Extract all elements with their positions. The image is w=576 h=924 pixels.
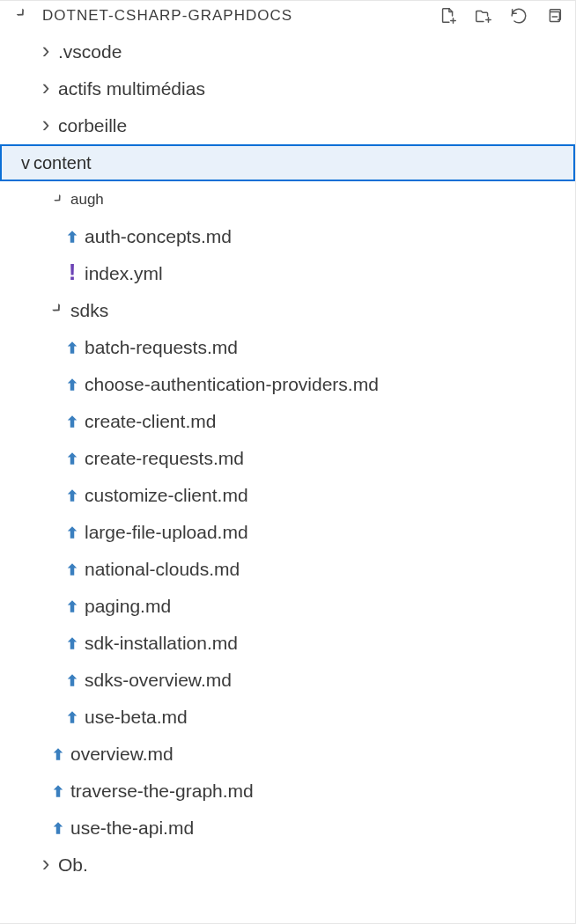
- file-label: auth-concepts.md: [85, 226, 232, 247]
- file-label: large-file-upload.md: [85, 522, 248, 543]
- tree-file[interactable]: ! index.yml: [0, 255, 575, 292]
- tree-file[interactable]: national-clouds.md: [0, 551, 575, 588]
- tree-file[interactable]: traverse-the-graph.md: [0, 773, 575, 810]
- tree-file[interactable]: overview.md: [0, 736, 575, 773]
- markdown-file-icon: [60, 488, 85, 503]
- folder-label: content: [33, 153, 92, 173]
- file-label: create-requests.md: [85, 448, 244, 469]
- tree-folder[interactable]: sdks: [0, 292, 575, 329]
- folder-label: .vscode: [58, 41, 122, 62]
- collapse-all-icon[interactable]: [543, 5, 565, 26]
- tree-folder[interactable]: .vscode: [0, 33, 575, 70]
- refresh-icon[interactable]: [508, 5, 529, 26]
- file-label: traverse-the-graph.md: [70, 781, 254, 802]
- tree-file[interactable]: sdk-installation.md: [0, 625, 575, 662]
- tree-file[interactable]: create-requests.md: [0, 440, 575, 477]
- markdown-file-icon: [46, 783, 70, 799]
- markdown-file-icon: [46, 820, 70, 836]
- file-label: use-the-api.md: [70, 818, 194, 839]
- tree-file[interactable]: sdks-overview.md: [0, 662, 575, 699]
- chevron-down-icon: [46, 299, 70, 323]
- chevron-down-icon: [48, 190, 70, 210]
- tree-folder[interactable]: corbeille: [0, 107, 575, 144]
- markdown-file-icon: [60, 451, 85, 466]
- chevron-down-icon[interactable]: [12, 4, 32, 26]
- folder-label: Ob.: [58, 854, 88, 876]
- chevron-right-icon: [33, 77, 58, 101]
- markdown-file-icon: [60, 414, 85, 429]
- folder-label: augh: [70, 191, 104, 209]
- tree-folder[interactable]: augh: [0, 181, 575, 218]
- markdown-file-icon: [60, 635, 85, 651]
- tree-folder[interactable]: Ob.: [0, 847, 575, 884]
- new-file-icon[interactable]: [438, 5, 459, 26]
- tree-file[interactable]: choose-authentication-providers.md: [0, 366, 575, 403]
- folder-label: actifs multimédias: [58, 78, 205, 99]
- tree-file[interactable]: use-beta.md: [0, 699, 575, 736]
- tree-file[interactable]: customize-client.md: [0, 477, 575, 514]
- tree-file[interactable]: auth-concepts.md: [0, 218, 575, 255]
- chevron-right-icon: [33, 854, 58, 877]
- tree-file[interactable]: large-file-upload.md: [0, 514, 575, 551]
- file-label: use-beta.md: [85, 707, 188, 728]
- folder-label: sdks: [70, 300, 108, 321]
- file-label: sdks-overview.md: [85, 670, 232, 691]
- tree-file[interactable]: batch-requests.md: [0, 329, 575, 366]
- tree-file[interactable]: paging.md: [0, 588, 575, 625]
- chevron-right-icon: [33, 40, 58, 64]
- folder-label: corbeille: [58, 115, 127, 136]
- new-folder-icon[interactable]: [473, 5, 494, 26]
- tree-file[interactable]: use-the-api.md: [0, 810, 575, 847]
- file-label: choose-authentication-providers.md: [85, 374, 379, 395]
- workspace-title: DOTNET-CSHARP-GRAPHDOCS: [42, 7, 431, 25]
- expand-marker: v: [0, 153, 33, 173]
- header-actions: [438, 5, 565, 26]
- file-label: paging.md: [85, 596, 171, 617]
- chevron-right-icon: [33, 114, 58, 138]
- markdown-file-icon: [60, 709, 85, 725]
- markdown-file-icon: [60, 340, 85, 356]
- markdown-file-icon: [60, 229, 85, 245]
- markdown-file-icon: [46, 746, 70, 762]
- markdown-file-icon: [60, 561, 85, 577]
- markdown-file-icon: [60, 524, 85, 540]
- file-label: national-clouds.md: [85, 559, 240, 580]
- markdown-file-icon: [60, 377, 85, 392]
- yaml-file-icon: !: [60, 262, 85, 285]
- file-label: create-client.md: [85, 411, 216, 432]
- tree-folder[interactable]: actifs multimédias: [0, 70, 575, 107]
- file-label: customize-client.md: [85, 485, 248, 506]
- tree-folder-selected[interactable]: v content: [0, 144, 575, 181]
- file-label: sdk-installation.md: [85, 633, 238, 654]
- tree-file[interactable]: create-client.md: [0, 403, 575, 440]
- file-tree: .vscode actifs multimédias corbeille v c…: [0, 32, 575, 884]
- file-label: index.yml: [85, 263, 163, 284]
- markdown-file-icon: [60, 672, 85, 688]
- markdown-file-icon: [60, 598, 85, 614]
- file-label: overview.md: [70, 744, 174, 765]
- file-label: batch-requests.md: [85, 337, 238, 358]
- explorer-header: DOTNET-CSHARP-GRAPHDOCS: [0, 1, 575, 32]
